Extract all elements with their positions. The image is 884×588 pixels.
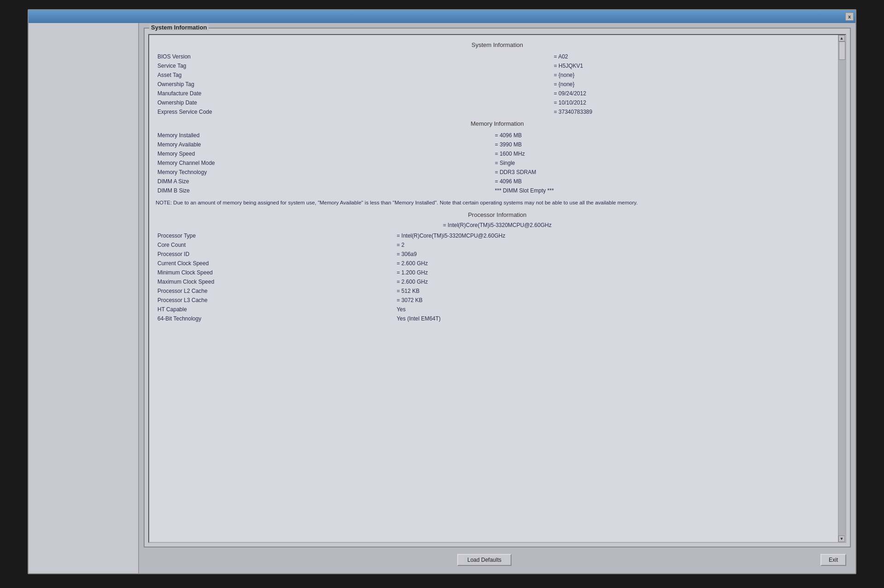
table-row: HT Capable Yes — [156, 305, 839, 314]
manufacture-date-value: = 09/24/2012 — [552, 89, 839, 98]
proc-type-value: = Intel(R)Core(TM)i5-3320MCPU@2.60GHz — [395, 231, 839, 240]
l3-cache-value: = 3072 KB — [395, 296, 839, 305]
service-tag-label: Service Tag — [156, 61, 552, 70]
left-panel — [29, 23, 139, 573]
core-count-label: Core Count — [156, 240, 395, 250]
exit-button[interactable]: Exit — [820, 554, 846, 566]
table-row: DIMM A Size = 4096 MB — [156, 177, 839, 186]
outer-window: x System Information System Information … — [28, 9, 856, 574]
asset-tag-label: Asset Tag — [156, 70, 552, 80]
processor-info-table: Processor Type = Intel(R)Core(TM)i5-3320… — [156, 231, 839, 323]
l2-cache-value: = 512 KB — [395, 286, 839, 296]
table-row: BIOS Version = A02 — [156, 52, 839, 61]
current-clock-label: Current Clock Speed — [156, 259, 395, 268]
table-row: Memory Installed = 4096 MB — [156, 131, 839, 140]
table-row: Ownership Date = 10/10/2012 — [156, 98, 839, 107]
dimm-a-value: = 4096 MB — [493, 177, 839, 186]
table-row: Processor L3 Cache = 3072 KB — [156, 296, 839, 305]
memory-channel-value: = Single — [493, 158, 839, 168]
info-scroll-area: System Information BIOS Version = A02 Se… — [148, 34, 846, 543]
memory-channel-label: Memory Channel Mode — [156, 158, 493, 168]
memory-installed-value: = 4096 MB — [493, 131, 839, 140]
table-row: Processor Type = Intel(R)Core(TM)i5-3320… — [156, 231, 839, 240]
table-row: DIMM B Size *** DIMM Slot Empty *** — [156, 186, 839, 195]
memory-tech-label: Memory Technology — [156, 168, 493, 177]
right-panel: System Information System Information BI… — [139, 23, 855, 573]
ht-capable-value: Yes — [395, 305, 839, 314]
memory-info-table: Memory Installed = 4096 MB Memory Availa… — [156, 131, 839, 195]
max-clock-label: Maximum Clock Speed — [156, 277, 395, 286]
ht-capable-label: HT Capable — [156, 305, 395, 314]
table-row: Current Clock Speed = 2.600 GHz — [156, 259, 839, 268]
asset-tag-value: = {none} — [552, 70, 839, 80]
express-code-value: = 37340783389 — [552, 107, 839, 116]
express-code-label: Express Service Code — [156, 107, 552, 116]
close-button[interactable]: x — [845, 12, 854, 21]
ownership-date-label: Ownership Date — [156, 98, 552, 107]
title-bar: x — [29, 10, 855, 23]
scrollbar-thumb[interactable] — [839, 41, 845, 60]
table-row: Maximum Clock Speed = 2.600 GHz — [156, 277, 839, 286]
box-title: System Information — [149, 24, 209, 31]
table-row: Memory Technology = DDR3 SDRAM — [156, 168, 839, 177]
vertical-scrollbar[interactable]: ▲ ▼ — [838, 35, 845, 542]
memory-available-label: Memory Available — [156, 140, 493, 149]
l3-cache-label: Processor L3 Cache — [156, 296, 395, 305]
l2-cache-label: Processor L2 Cache — [156, 286, 395, 296]
bios-version-value: = A02 — [552, 52, 839, 61]
dimm-b-label: DIMM B Size — [156, 186, 493, 195]
dimm-a-label: DIMM A Size — [156, 177, 493, 186]
table-row: Ownership Tag = {none} — [156, 80, 839, 89]
scrollbar-track[interactable] — [838, 41, 845, 536]
scroll-up-arrow[interactable]: ▲ — [838, 35, 845, 41]
table-row: Core Count = 2 — [156, 240, 839, 250]
dimm-b-value: *** DIMM Slot Empty *** — [493, 186, 839, 195]
table-row: Manufacture Date = 09/24/2012 — [156, 89, 839, 98]
table-row: Asset Tag = {none} — [156, 70, 839, 80]
system-section-title: System Information — [156, 41, 839, 48]
table-row: Processor L2 Cache = 512 KB — [156, 286, 839, 296]
core-count-value: = 2 — [395, 240, 839, 250]
table-row: Memory Speed = 1600 MHz — [156, 149, 839, 158]
memory-note: NOTE: Due to an amount of memory being a… — [156, 199, 839, 207]
processor-model: = Intel(R)Core(TM)i5-3320MCPU@2.60GHz — [156, 222, 839, 228]
table-row: Memory Available = 3990 MB — [156, 140, 839, 149]
manufacture-date-label: Manufacture Date — [156, 89, 552, 98]
table-row: Express Service Code = 37340783389 — [156, 107, 839, 116]
memory-speed-label: Memory Speed — [156, 149, 493, 158]
service-tag-value: = H5JQKV1 — [552, 61, 839, 70]
main-content: System Information System Information BI… — [29, 23, 855, 573]
ownership-tag-label: Ownership Tag — [156, 80, 552, 89]
memory-section-title: Memory Information — [156, 120, 839, 127]
64bit-value: Yes (Intel EM64T) — [395, 314, 839, 323]
scroll-down-arrow[interactable]: ▼ — [838, 536, 845, 542]
memory-tech-value: = DDR3 SDRAM — [493, 168, 839, 177]
memory-installed-label: Memory Installed — [156, 131, 493, 140]
table-row: Minimum Clock Speed = 1.200 GHz — [156, 268, 839, 277]
ownership-tag-value: = {none} — [552, 80, 839, 89]
proc-id-label: Processor ID — [156, 250, 395, 259]
memory-available-value: = 3990 MB — [493, 140, 839, 149]
64bit-label: 64-Bit Technology — [156, 314, 395, 323]
system-info-table: BIOS Version = A02 Service Tag = H5JQKV1… — [156, 52, 839, 116]
table-row: Processor ID = 306a9 — [156, 250, 839, 259]
ownership-date-value: = 10/10/2012 — [552, 98, 839, 107]
max-clock-value: = 2.600 GHz — [395, 277, 839, 286]
memory-speed-value: = 1600 MHz — [493, 149, 839, 158]
table-row: Memory Channel Mode = Single — [156, 158, 839, 168]
current-clock-value: = 2.600 GHz — [395, 259, 839, 268]
bios-version-label: BIOS Version — [156, 52, 552, 61]
info-content: System Information BIOS Version = A02 Se… — [149, 35, 845, 542]
load-defaults-container: Load Defaults — [148, 554, 820, 566]
min-clock-value: = 1.200 GHz — [395, 268, 839, 277]
load-defaults-button[interactable]: Load Defaults — [457, 554, 512, 566]
proc-id-value: = 306a9 — [395, 250, 839, 259]
table-row: Service Tag = H5JQKV1 — [156, 61, 839, 70]
system-info-box: System Information System Information BI… — [144, 28, 851, 547]
proc-type-label: Processor Type — [156, 231, 395, 240]
processor-section-title: Processor Information — [156, 211, 839, 218]
bottom-bar: Load Defaults Exit — [144, 551, 851, 569]
table-row: 64-Bit Technology Yes (Intel EM64T) — [156, 314, 839, 323]
min-clock-label: Minimum Clock Speed — [156, 268, 395, 277]
